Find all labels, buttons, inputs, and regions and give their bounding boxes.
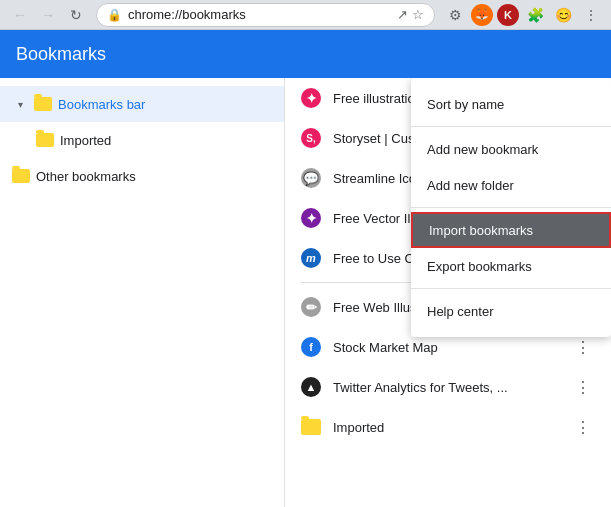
app-header: Bookmarks — [0, 30, 611, 78]
sidebar-item-other-bookmarks[interactable]: Other bookmarks — [0, 158, 284, 194]
toolbar-icons: ⚙ 🦊 K 🧩 😊 ⋮ — [443, 3, 603, 27]
bookmark-title-7: Stock Market Map — [333, 340, 559, 355]
menu-item-help-center[interactable]: Help center — [411, 293, 611, 329]
sidebar-label-bookmarks-bar: Bookmarks bar — [58, 97, 145, 112]
list-item[interactable]: Imported ⋮ — [285, 407, 611, 447]
nav-buttons: ← → ↻ — [8, 3, 88, 27]
menu-label-add-new-bookmark: Add new bookmark — [427, 142, 538, 157]
browser-chrome: ← → ↻ 🔒 chrome://bookmarks ↗ ☆ ⚙ 🦊 K 🧩 😊… — [0, 0, 611, 30]
menu-label-add-new-folder: Add new folder — [427, 178, 514, 193]
favicon-3: 💬 — [301, 168, 321, 188]
extensions-icon: ⚙ — [449, 7, 462, 23]
address-text: chrome://bookmarks — [128, 7, 391, 22]
back-icon: ← — [13, 7, 27, 23]
reload-button[interactable]: ↻ — [64, 3, 88, 27]
menu-item-import-bookmarks[interactable]: Import bookmarks — [411, 212, 611, 248]
menu-separator-3 — [411, 288, 611, 289]
sidebar-item-imported[interactable]: Imported — [24, 122, 284, 158]
menu-separator-1 — [411, 126, 611, 127]
folder-icon-imported — [36, 133, 54, 147]
browser-avatar: 🦊 — [471, 4, 493, 26]
list-item[interactable]: ▲ Twitter Analytics for Tweets, ... ⋮ — [285, 367, 611, 407]
chevron-down-icon: ▾ — [12, 96, 28, 112]
bookmark-title-8: Twitter Analytics for Tweets, ... — [333, 380, 559, 395]
bookmark-title-9: Imported — [333, 420, 559, 435]
favicon-6: ✏ — [301, 297, 321, 317]
forward-icon: → — [41, 7, 55, 23]
favicon-2: S, — [301, 128, 321, 148]
menu-label-sort-by-name: Sort by name — [427, 97, 504, 112]
lock-icon: 🔒 — [107, 8, 122, 22]
sidebar-label-imported: Imported — [60, 133, 111, 148]
folder-icon-imported-bm — [301, 419, 321, 435]
reload-icon: ↻ — [70, 7, 82, 23]
puzzle-icon: 🧩 — [527, 7, 544, 23]
menu-icon: ⋮ — [584, 7, 598, 23]
puzzle-button[interactable]: 🧩 — [523, 3, 547, 27]
back-button[interactable]: ← — [8, 3, 32, 27]
extensions-button[interactable]: ⚙ — [443, 3, 467, 27]
favicon-1: ✦ — [301, 88, 321, 108]
app-title: Bookmarks — [16, 44, 106, 65]
more-button-7[interactable]: ⋮ — [571, 335, 595, 359]
sidebar: ▾ Bookmarks bar Imported Other bookmarks — [0, 78, 285, 507]
profile-button[interactable]: 😊 — [551, 3, 575, 27]
menu-label-import-bookmarks: Import bookmarks — [429, 223, 533, 238]
favicon-4: ✦ — [301, 208, 321, 228]
menu-button[interactable]: ⋮ — [579, 3, 603, 27]
folder-icon-other-bookmarks — [12, 169, 30, 183]
dropdown-menu: Sort by name Add new bookmark Add new fo… — [411, 78, 611, 337]
favicon-5: m — [301, 248, 321, 268]
favicon-7: f — [301, 337, 321, 357]
menu-item-add-new-bookmark[interactable]: Add new bookmark — [411, 131, 611, 167]
star-icon: ☆ — [412, 7, 424, 22]
user-avatar: K — [497, 4, 519, 26]
forward-button[interactable]: → — [36, 3, 60, 27]
menu-item-sort-by-name[interactable]: Sort by name — [411, 86, 611, 122]
menu-item-export-bookmarks[interactable]: Export bookmarks — [411, 248, 611, 284]
favicon-8: ▲ — [301, 377, 321, 397]
sidebar-item-bookmarks-bar[interactable]: ▾ Bookmarks bar — [0, 86, 284, 122]
sidebar-label-other-bookmarks: Other bookmarks — [36, 169, 136, 184]
folder-icon-bookmarks-bar — [34, 97, 52, 111]
share-icon: ↗ — [397, 7, 408, 22]
menu-label-help-center: Help center — [427, 304, 493, 319]
more-button-9[interactable]: ⋮ — [571, 415, 595, 439]
more-button-8[interactable]: ⋮ — [571, 375, 595, 399]
app-container: Bookmarks ▾ Bookmarks bar Imported Other… — [0, 30, 611, 507]
menu-item-add-new-folder[interactable]: Add new folder — [411, 167, 611, 203]
content-area: ▾ Bookmarks bar Imported Other bookmarks… — [0, 78, 611, 507]
menu-label-export-bookmarks: Export bookmarks — [427, 259, 532, 274]
menu-separator-2 — [411, 207, 611, 208]
address-icons: ↗ ☆ — [397, 7, 424, 22]
address-bar[interactable]: 🔒 chrome://bookmarks ↗ ☆ — [96, 3, 435, 27]
profile-icon: 😊 — [555, 7, 572, 23]
